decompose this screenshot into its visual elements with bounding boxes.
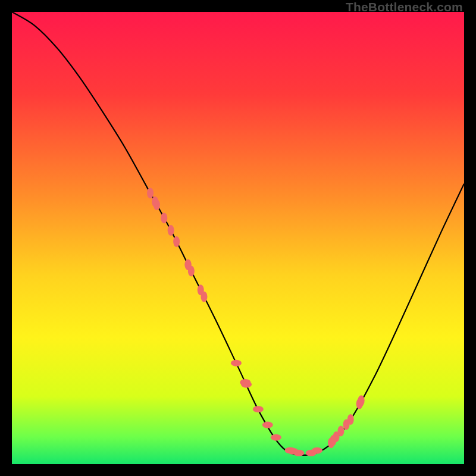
highlight-dot [312, 447, 322, 454]
highlight-dot [168, 225, 174, 236]
highlight-dot [337, 425, 344, 436]
highlight-dot [188, 266, 195, 277]
highlight-dot [201, 292, 207, 302]
highlight-dot [161, 212, 167, 223]
highlight-dot [271, 434, 281, 441]
highlight-dot [347, 414, 354, 425]
highlight-dot [173, 236, 180, 247]
highlight-dot [262, 422, 273, 428]
highlight-dot [358, 395, 365, 406]
highlight-dot [293, 450, 304, 456]
highlight-dot [241, 381, 252, 388]
highlight-dot [152, 196, 158, 207]
watermark-text: TheBottleneck.com [346, 0, 463, 14]
highlight-dot [253, 406, 264, 412]
bottleneck-chart [12, 12, 464, 464]
highlight-dot [330, 435, 336, 446]
chart-frame [12, 12, 464, 464]
highlight-dot [231, 360, 242, 367]
gradient-background [12, 12, 464, 464]
highlight-dot [147, 188, 154, 199]
